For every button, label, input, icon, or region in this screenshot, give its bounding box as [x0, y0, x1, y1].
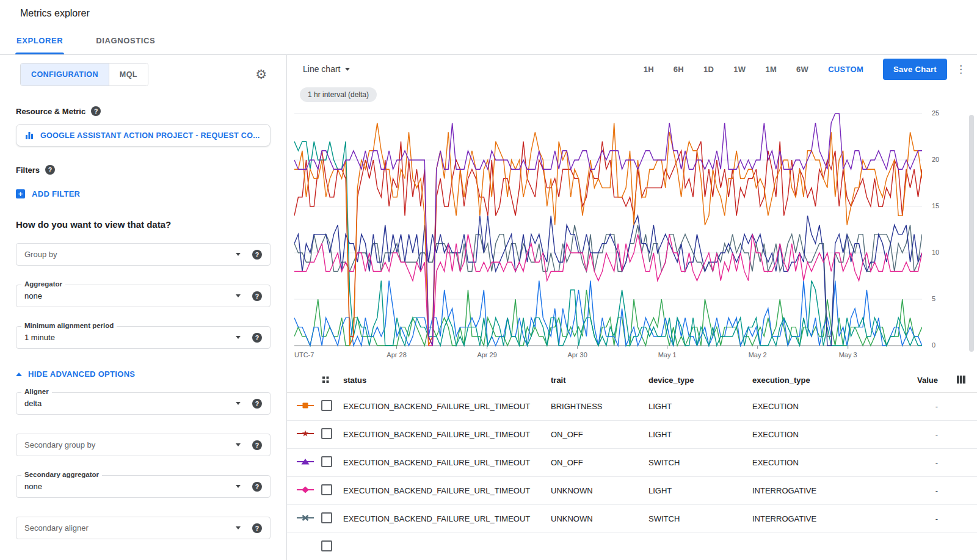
- time-range-1d[interactable]: 1D: [697, 60, 720, 78]
- save-chart-button[interactable]: Save Chart: [883, 59, 947, 80]
- value-cell: -: [904, 402, 940, 411]
- config-mql-toggle: CONFIGURATION MQL: [20, 63, 148, 86]
- chevron-down-icon: [345, 68, 350, 71]
- row-checkbox[interactable]: [321, 540, 332, 551]
- row-checkbox[interactable]: [321, 484, 332, 495]
- time-range-6h[interactable]: 6H: [667, 60, 690, 78]
- column-header-device-type: device_type: [648, 376, 752, 385]
- table-row: EXECUTION_BACKEND_FAILURE_URL_TIMEOUTBRI…: [287, 393, 977, 421]
- column-header-value: Value: [904, 376, 940, 385]
- help-icon[interactable]: ?: [252, 291, 262, 301]
- chevron-down-icon: [236, 402, 241, 405]
- aligner-label: Aligner: [21, 388, 52, 395]
- table-row: [287, 533, 977, 560]
- tab-diagnostics[interactable]: DIAGNOSTICS: [79, 27, 172, 54]
- time-range-custom[interactable]: CUSTOM: [822, 60, 870, 78]
- help-icon[interactable]: ?: [45, 165, 55, 175]
- metric-selector-button[interactable]: GOOGLE ASSISTANT ACTION PROJECT - REQUES…: [16, 124, 271, 147]
- chevron-up-icon: [16, 373, 22, 376]
- time-range-1w[interactable]: 1W: [727, 60, 752, 78]
- time-range-6w[interactable]: 6W: [790, 60, 815, 78]
- secondary-group-by-placeholder: Secondary group by: [24, 440, 95, 449]
- interval-chip: 1 hr interval (delta): [300, 87, 377, 102]
- y-axis-labels: 0510152025: [927, 110, 948, 349]
- bar-chart-icon: [25, 131, 34, 140]
- aggregator-field[interactable]: Aggregator none ?: [16, 285, 271, 307]
- aggregator-value: none: [24, 291, 42, 300]
- top-tab-bar: EXPLORER DIAGNOSTICS: [0, 27, 977, 55]
- chevron-down-icon: [236, 253, 241, 256]
- page-title: Metrics explorer: [0, 0, 977, 27]
- configuration-panel: CONFIGURATION MQL ⚙ Resource & Metric ? …: [0, 55, 287, 560]
- hide-advanced-options-label: HIDE ADVANCED OPTIONS: [28, 369, 135, 379]
- settings-gear-icon[interactable]: ⚙: [255, 67, 267, 82]
- vertical-scrollbar[interactable]: [969, 115, 974, 352]
- status-cell: EXECUTION_BACKEND_FAILURE_URL_TIMEOUT: [343, 430, 551, 439]
- help-icon[interactable]: ?: [252, 250, 262, 260]
- execution-type-cell: EXECUTION: [752, 458, 904, 467]
- help-icon[interactable]: ?: [252, 399, 262, 409]
- value-cell: -: [904, 430, 940, 439]
- hide-advanced-options-toggle[interactable]: HIDE ADVANCED OPTIONS: [16, 369, 135, 379]
- series-marker-icon: [297, 485, 321, 496]
- execution-type-cell: INTERROGATIVE: [752, 514, 904, 523]
- column-header-trait: trait: [551, 376, 648, 385]
- chart-type-select[interactable]: Line chart: [303, 64, 350, 74]
- secondary-aligner-placeholder: Secondary aligner: [24, 523, 89, 533]
- status-cell: EXECUTION_BACKEND_FAILURE_URL_TIMEOUT: [343, 486, 551, 495]
- x-tick-label: Apr 29: [477, 351, 496, 358]
- device-type-cell: LIGHT: [648, 402, 752, 411]
- execution-type-cell: EXECUTION: [752, 402, 904, 411]
- trait-cell: BRIGHTNESS: [551, 402, 648, 411]
- row-checkbox[interactable]: [321, 428, 332, 439]
- secondary-aggregator-field[interactable]: Secondary aggregator none ?: [16, 475, 271, 498]
- secondary-aligner-field[interactable]: Secondary aligner ?: [16, 517, 271, 539]
- x-tick-label: May 3: [839, 351, 857, 358]
- chevron-down-icon: [236, 443, 241, 446]
- drag-indicator-icon: [321, 376, 330, 385]
- add-filter-button[interactable]: + ADD FILTER: [16, 189, 80, 198]
- secondary-group-by-field[interactable]: Secondary group by ?: [16, 434, 271, 456]
- table-row: EXECUTION_BACKEND_FAILURE_URL_TIMEOUTON_…: [287, 449, 977, 477]
- help-icon[interactable]: ?: [91, 106, 101, 116]
- chart-type-value: Line chart: [303, 64, 340, 74]
- row-checkbox[interactable]: [321, 400, 332, 411]
- series-legend-table: status trait device_type execution_type …: [287, 368, 977, 560]
- y-tick-label: 15: [932, 202, 939, 209]
- execution-type-cell: EXECUTION: [752, 430, 904, 439]
- status-cell: EXECUTION_BACKEND_FAILURE_URL_TIMEOUT: [343, 458, 551, 467]
- more-options-icon[interactable]: ⋮: [956, 63, 966, 76]
- plus-icon: +: [16, 189, 25, 198]
- time-range-group: 1H6H1D1W1M6W: [630, 60, 815, 78]
- aligner-field[interactable]: Aligner delta ?: [16, 392, 271, 415]
- series-marker-icon: [297, 401, 321, 412]
- column-settings-icon[interactable]: [955, 374, 967, 387]
- x-axis-timezone-label: UTC-7: [294, 351, 314, 358]
- row-checkbox[interactable]: [321, 456, 332, 467]
- configuration-tab-button[interactable]: CONFIGURATION: [21, 64, 109, 85]
- group-by-field[interactable]: Group by ?: [16, 243, 271, 266]
- time-range-1m[interactable]: 1M: [759, 60, 783, 78]
- help-icon[interactable]: ?: [252, 523, 262, 533]
- series-marker-icon: [297, 457, 321, 468]
- mql-tab-button[interactable]: MQL: [109, 64, 148, 85]
- aligner-value: delta: [24, 399, 42, 408]
- help-icon[interactable]: ?: [252, 333, 262, 343]
- metric-selector-label: GOOGLE ASSISTANT ACTION PROJECT - REQUES…: [40, 131, 260, 140]
- row-checkbox[interactable]: [321, 512, 332, 523]
- tab-explorer[interactable]: EXPLORER: [0, 27, 79, 54]
- table-row: EXECUTION_BACKEND_FAILURE_URL_TIMEOUTON_…: [287, 421, 977, 449]
- resource-metric-label: Resource & Metric: [16, 107, 85, 116]
- y-tick-label: 25: [932, 109, 939, 117]
- add-filter-label: ADD FILTER: [32, 189, 80, 198]
- chevron-down-icon: [236, 485, 241, 488]
- time-range-1h[interactable]: 1H: [637, 60, 660, 78]
- column-header-status: status: [343, 376, 551, 385]
- trait-cell: ON_OFF: [551, 430, 648, 439]
- help-icon[interactable]: ?: [252, 440, 262, 450]
- min-alignment-value: 1 minute: [24, 333, 55, 342]
- line-chart[interactable]: 0510152025: [287, 110, 977, 349]
- help-icon[interactable]: ?: [252, 482, 262, 492]
- min-alignment-field[interactable]: Minimum alignment period 1 minute ?: [16, 326, 271, 349]
- table-header-row: status trait device_type execution_type …: [287, 368, 977, 393]
